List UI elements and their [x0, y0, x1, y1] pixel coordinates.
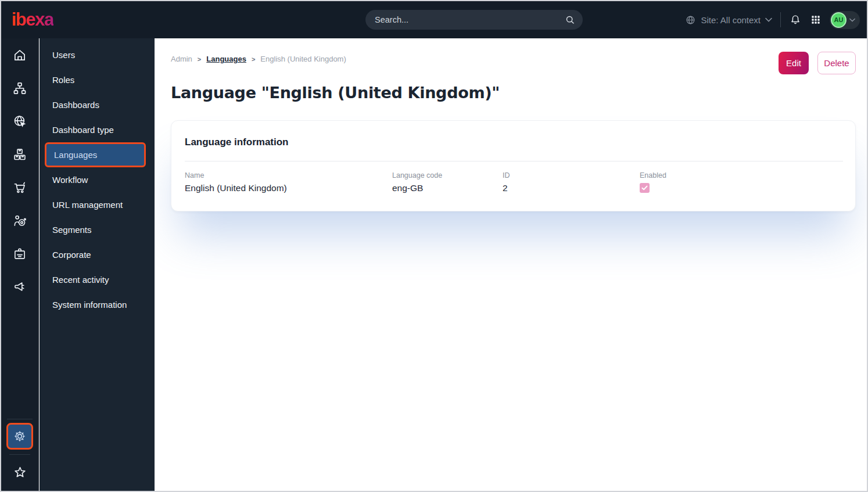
rail-item-home[interactable] [1, 38, 39, 71]
sidebar-item-users[interactable]: Users [40, 42, 155, 67]
ibexa-admin-page: { "topbar": { "logo": "ibexa", "search_p… [0, 0, 868, 492]
rail-item-content-structure[interactable] [1, 71, 39, 105]
field-value: 2 [503, 183, 640, 193]
field-label: Enabled [640, 171, 666, 179]
breadcrumb-separator: > [198, 56, 201, 63]
sidebar-item-url-management[interactable]: URL management [40, 192, 155, 217]
breadcrumb-current: English (United Kingdom) [260, 55, 346, 63]
chevron-down-icon [849, 18, 855, 22]
field-name: Name English (United Kingdom) [185, 171, 392, 193]
sidebar-item-recent-activity[interactable]: Recent activity [40, 267, 155, 292]
rail-bottom-group [6, 419, 33, 485]
chevron-down-icon [765, 17, 772, 22]
sidebar-item-segments[interactable]: Segments [40, 217, 155, 242]
id-badge-icon [12, 246, 27, 261]
action-buttons: Edit Delete [779, 52, 856, 74]
globe-icon [685, 15, 696, 26]
personalization-target-icon [12, 213, 27, 228]
enabled-checkbox-checked [640, 183, 650, 193]
language-information-card: Language information Name English (Unite… [171, 120, 856, 211]
search-input[interactable] [375, 15, 564, 24]
rail-item-personalization[interactable] [1, 204, 39, 237]
sidebar-item-dashboard-type[interactable]: Dashboard type [40, 117, 155, 142]
main-content: Admin > Languages > English (United King… [155, 38, 867, 491]
megaphone-icon [12, 279, 27, 295]
global-search[interactable] [365, 10, 583, 30]
rail-item-corporate[interactable] [1, 237, 39, 270]
home-icon [12, 48, 27, 63]
header-row: Admin > Languages > English (United King… [171, 52, 856, 74]
breadcrumb: Admin > Languages > English (United King… [171, 52, 346, 63]
ibexa-logo[interactable]: ibexa [12, 9, 53, 30]
user-menu[interactable]: AU [830, 11, 860, 29]
breadcrumb-admin: Admin [171, 55, 192, 63]
top-bar: ibexa Site: All context [1, 1, 867, 38]
sidebar-item-languages[interactable]: Languages [45, 142, 146, 167]
sidebar-item-dashboards[interactable]: Dashboards [40, 92, 155, 117]
field-value: eng-GB [392, 183, 503, 193]
site-globe-icon [12, 114, 27, 129]
rail-divider [7, 419, 33, 419]
field-language-code: Language code eng-GB [392, 171, 503, 193]
sidebar-item-system-information[interactable]: System information [40, 292, 155, 317]
rail-item-admin-settings-active[interactable] [6, 423, 33, 450]
field-value: English (United Kingdom) [185, 183, 392, 193]
card-title: Language information [171, 121, 855, 148]
rail-item-site[interactable] [1, 105, 39, 138]
field-label: ID [503, 171, 640, 179]
field-enabled: Enabled [640, 171, 666, 193]
rail-divider [9, 454, 30, 455]
sidebar-item-corporate[interactable]: Corporate [40, 242, 155, 267]
edit-button[interactable]: Edit [779, 52, 809, 74]
gear-icon [12, 429, 27, 444]
page-title: Language "English (United Kingdom)" [171, 84, 500, 102]
content-structure-icon [12, 81, 27, 96]
site-context-label: Site: All context [701, 15, 761, 25]
rail-item-campaign[interactable] [1, 270, 39, 303]
field-list: Name English (United Kingdom) Language c… [171, 161, 855, 193]
search-icon[interactable] [564, 14, 576, 26]
admin-sidebar: Users Roles Dashboards Dashboard type La… [40, 38, 155, 491]
sidebar-item-workflow[interactable]: Workflow [40, 167, 155, 192]
topbar-divider [780, 12, 781, 27]
avatar: AU [831, 12, 847, 28]
icon-rail [1, 38, 39, 491]
site-context-selector[interactable]: Site: All context [685, 15, 772, 26]
field-label: Name [185, 171, 392, 179]
checkmark-icon [641, 185, 648, 191]
app-grid-icon[interactable] [810, 14, 822, 26]
field-id: ID 2 [503, 171, 640, 193]
breadcrumb-languages-link[interactable]: Languages [206, 55, 246, 63]
star-icon [12, 465, 28, 480]
breadcrumb-separator: > [252, 56, 255, 63]
topbar-right-group: Site: All context AU [685, 1, 860, 38]
field-label: Language code [392, 171, 503, 179]
sidebar-item-roles[interactable]: Roles [40, 67, 155, 92]
rail-item-commerce[interactable] [1, 171, 39, 204]
rail-item-bookmarks[interactable] [12, 459, 28, 485]
product-boxes-icon [12, 147, 27, 162]
notifications-bell-icon[interactable] [789, 13, 802, 26]
rail-item-product-catalog[interactable] [1, 138, 39, 171]
delete-button[interactable]: Delete [817, 52, 856, 74]
shopping-cart-icon [12, 180, 27, 195]
